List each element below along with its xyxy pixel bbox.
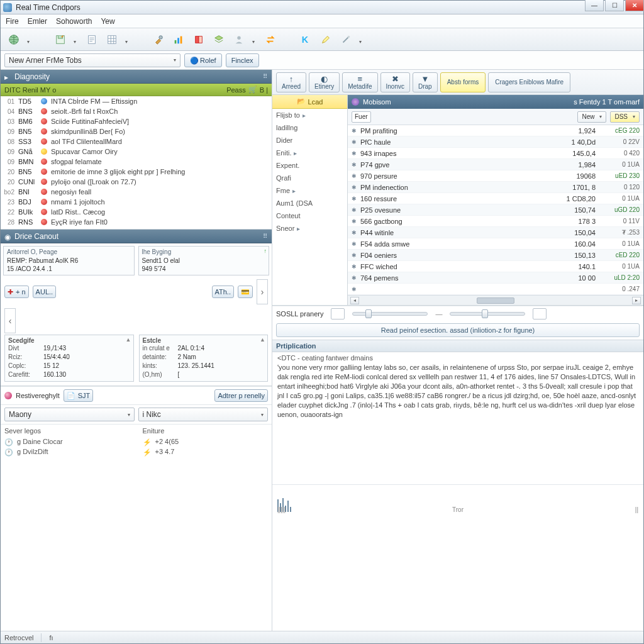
- status-retrocvel[interactable]: Retrocvel: [4, 634, 33, 641]
- aul-button[interactable]: AUL..: [33, 286, 57, 298]
- scroll-right-button[interactable]: ›: [257, 279, 268, 304]
- bolt-icon: ⚡: [143, 437, 152, 446]
- sosl-field-2[interactable]: [533, 308, 547, 319]
- book-icon[interactable]: [192, 33, 206, 47]
- dtc-row[interactable]: 03BM6Sciide FutitinaFahfecieiV]: [1, 116, 272, 126]
- data-row[interactable]: ✱566 gactbong178 30 11V: [348, 216, 643, 227]
- panel-grip-icon[interactable]: ⠿: [263, 73, 268, 80]
- data-row[interactable]: ✱PM prafiting1,924cEG 220: [348, 125, 643, 136]
- data-row[interactable]: ✱P74 gpve1,9840 1UA: [348, 159, 643, 170]
- dtc-row[interactable]: 08SS3aol TFd ClilenteallMard: [1, 136, 272, 147]
- scroll-left-icon[interactable]: ◂: [350, 297, 359, 304]
- layers-icon[interactable]: [212, 33, 226, 47]
- status-fi: fı: [49, 634, 53, 641]
- load-item[interactable]: Dider: [276, 136, 343, 144]
- nike-combo[interactable]: i Nikc▾: [138, 408, 269, 421]
- ath-button[interactable]: ATh..: [212, 286, 234, 298]
- menu-sohoworth[interactable]: Sohoworth: [56, 17, 92, 26]
- panel-grip-icon[interactable]: ⠿: [263, 233, 268, 240]
- person-icon[interactable]: [232, 33, 246, 47]
- new-combo[interactable]: New▾: [577, 111, 606, 123]
- data-row[interactable]: ✱F54 adda smwe160.040 1UA: [348, 238, 643, 250]
- tools-icon[interactable]: [152, 33, 165, 47]
- action-inonvc[interactable]: ✖Inonvc: [380, 72, 410, 92]
- dss-combo[interactable]: DSS▾: [610, 111, 640, 123]
- k-icon[interactable]: K: [299, 33, 313, 47]
- load-item[interactable]: ladillng: [276, 124, 343, 131]
- find-button[interactable]: Finclex: [226, 53, 259, 67]
- main-combo[interactable]: New Arner FrMe Tobs▾: [4, 53, 180, 67]
- minimize-button[interactable]: —: [585, 0, 604, 11]
- data-row[interactable]: ✱160 ressure1 CD8,200 1UA: [348, 193, 643, 204]
- relief-button[interactable]: 🔵Rolef: [184, 53, 222, 67]
- gear-icon: [352, 98, 359, 106]
- page-icon[interactable]: [85, 33, 99, 47]
- dtc-row[interactable]: 01TD5INTA Cbİrde FM — Eftissign: [1, 96, 272, 106]
- data-row[interactable]: ✱FFC wiched140.10 1UA: [348, 261, 643, 272]
- sjt-button[interactable]: 📄SJT: [64, 389, 94, 402]
- list-item[interactable]: 🕐 g DvilzDift: [4, 447, 130, 457]
- data-row[interactable]: ✱PM indenection1701, 80 120: [348, 182, 643, 193]
- maximize-button[interactable]: ☐: [605, 0, 624, 11]
- slider-1[interactable]: [352, 312, 428, 316]
- load-item[interactable]: Sneor▸: [276, 225, 343, 232]
- dtc-row[interactable]: 04BNSseiolt.-Brfi fal t RoxCh: [1, 106, 272, 116]
- scroll-right-icon[interactable]: ▸: [632, 297, 641, 304]
- action-abstı-forms[interactable]: Abstı forms: [440, 72, 486, 92]
- data-row[interactable]: ✱943 irnapes145.0,40 420: [348, 148, 643, 159]
- scroll-left-button[interactable]: ‹: [4, 308, 16, 333]
- menu-emler[interactable]: Emler: [28, 17, 47, 26]
- swap-icon[interactable]: [264, 33, 277, 47]
- globe-icon[interactable]: [7, 33, 21, 47]
- dtc-row[interactable]: 20CUNlpyloijo onal ([Lroak on 72.7): [1, 177, 272, 187]
- list-item[interactable]: 🕐 g Daine Clocar: [4, 436, 130, 447]
- action-arreed[interactable]: ↑Arreed: [276, 72, 306, 92]
- grid-icon[interactable]: [105, 33, 119, 47]
- data-row[interactable]: ✱0 .247: [348, 284, 643, 295]
- load-item[interactable]: Fme▸: [276, 187, 343, 194]
- sosl-field[interactable]: [331, 308, 345, 319]
- fuer-button[interactable]: Fuer: [352, 111, 371, 123]
- load-item[interactable]: Eniti.▸: [276, 149, 343, 157]
- wand-icon[interactable]: [339, 33, 353, 47]
- dtc-row[interactable]: 20BN5emitorie de imne 3 glijok eight ppr…: [1, 167, 272, 177]
- h-scrollbar[interactable]: ◂ ▸: [348, 295, 643, 305]
- dtc-list[interactable]: 01TD5INTA Cbİrde FM — Eftissign04BNSseio…: [1, 96, 272, 230]
- slider-2[interactable]: [450, 312, 525, 316]
- data-row[interactable]: ✱764 pemens10 00uLD 2:20: [348, 272, 643, 284]
- load-item[interactable]: Flijsb to▸: [276, 111, 343, 119]
- maony-combo[interactable]: Maony▾: [4, 408, 135, 421]
- load-item[interactable]: Expent.: [276, 162, 343, 169]
- dtc-row[interactable]: 28RNSEyçR iriye fan FIt0: [1, 217, 272, 227]
- dtc-row[interactable]: 22BUlklatD Rist.. Cæcog: [1, 207, 272, 217]
- read-button[interactable]: Read peinof esection. assad (inliotion-z…: [276, 323, 640, 337]
- dtc-row[interactable]: 09BN5skimdpunllinäB Der{ Fo): [1, 126, 272, 136]
- dtc-row[interactable]: 09GNåSpucavar Camor Oiry: [1, 147, 272, 157]
- load-item[interactable]: Conteut: [276, 212, 343, 219]
- close-button[interactable]: ✕: [625, 0, 644, 11]
- menu-yew[interactable]: Yew: [101, 17, 114, 26]
- data-grid[interactable]: ✱PM prafiting1,924cEG 220✱PfC haule1 40,…: [348, 125, 643, 295]
- data-row[interactable]: ✱P25 ovesune150,74uGD 220: [348, 204, 643, 216]
- dtc-row[interactable]: bo2BNlnegosiyı feall: [1, 187, 272, 197]
- adtrer-button[interactable]: Adtrer p renelly: [214, 389, 268, 402]
- dtc-row[interactable]: 09BMNsfogpal felamate: [1, 157, 272, 167]
- load-item[interactable]: Qrafi: [276, 174, 343, 182]
- menu-fire[interactable]: Fire: [6, 17, 19, 26]
- data-row[interactable]: ✱970 persure19068uED 230: [348, 170, 643, 182]
- action-cragers-eniblows-mafire[interactable]: Cragers Eniblows Mafire: [488, 72, 570, 92]
- action-drap[interactable]: ▼Drap: [413, 72, 438, 92]
- chart-icon[interactable]: [172, 33, 186, 47]
- plus-button[interactable]: ✚+ n: [4, 286, 29, 298]
- load-item[interactable]: Aum1 (DSA: [276, 199, 343, 207]
- action-metadife[interactable]: ≡Metadife: [342, 72, 377, 92]
- cart-icon[interactable]: 🛒: [248, 86, 257, 94]
- save-icon[interactable]: [53, 33, 67, 47]
- data-row[interactable]: ✱P44 witinle150,04₮ .253: [348, 227, 643, 238]
- data-row[interactable]: ✱PfC haule1 40,Dd0 22V: [348, 136, 643, 148]
- action-etinery[interactable]: ◐Etinery: [309, 72, 340, 92]
- dtc-row[interactable]: 23BDJnmami 1 jojoltoch: [1, 197, 272, 207]
- data-row[interactable]: ✱F04 oeniers150,13cED 220: [348, 250, 643, 261]
- card-button[interactable]: 💳: [238, 286, 253, 298]
- pencil-icon[interactable]: [319, 33, 333, 47]
